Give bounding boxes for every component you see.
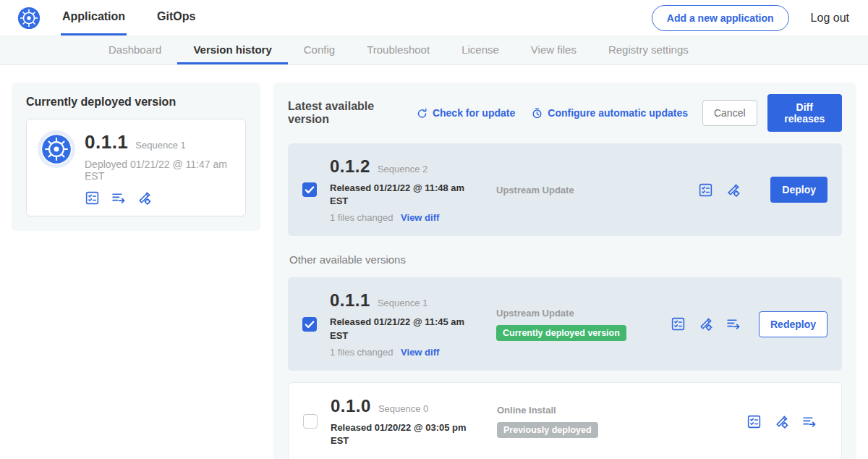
files-changed-line: 1 files changed View diff xyxy=(330,347,483,358)
deployed-version-number: 0.1.1 xyxy=(85,131,128,153)
configure-automatic-updates-link[interactable]: Configure automatic updates xyxy=(531,107,688,119)
action-slot: Redeploy xyxy=(758,311,827,337)
version-checkbox[interactable] xyxy=(302,182,317,197)
subnav-item-license[interactable]: License xyxy=(446,36,515,64)
kubernetes-logo-icon[interactable] xyxy=(17,7,41,30)
action-slot: Deploy xyxy=(758,177,827,203)
subnav-item-registry-settings[interactable]: Registry settings xyxy=(592,36,705,64)
row-actions xyxy=(671,316,741,332)
cancel-button[interactable]: Cancel xyxy=(702,100,757,126)
check-for-update-label: Check for update xyxy=(433,107,515,119)
files-changed-label: 1 files changed xyxy=(330,347,393,358)
deployed-timestamp: Deployed 01/21/22 @ 11:47 am EST xyxy=(85,159,234,182)
row-actions xyxy=(746,414,817,429)
subnav-label: Registry settings xyxy=(608,43,689,56)
logout-link[interactable]: Log out xyxy=(811,12,849,25)
redeploy-button[interactable]: Redeploy xyxy=(759,311,827,337)
latest-version-header: Latest available version Check for updat… xyxy=(288,94,842,132)
subnav-item-view-files[interactable]: View files xyxy=(515,36,592,64)
release-notes-icon[interactable] xyxy=(746,414,762,429)
version-info: 0.1.2 Sequence 2 Released 01/21/22 @ 11:… xyxy=(330,156,483,223)
subnav-label: View files xyxy=(531,43,576,56)
version-checkbox[interactable] xyxy=(303,414,318,429)
main-content: Currently deployed version 0.1.1 Sequenc… xyxy=(0,65,868,459)
version-row: 0.1.2 Sequence 2 Released 01/21/22 @ 11:… xyxy=(288,143,842,236)
previously-deployed-badge: Previously deployed xyxy=(497,422,598,438)
version-number: 0.1.2 xyxy=(330,156,370,177)
row-actions xyxy=(698,182,741,198)
edit-config-icon[interactable] xyxy=(698,316,713,332)
subnav-label: Version history xyxy=(193,43,271,56)
released-timestamp: Released 01/20/22 @ 03:05 pm EST xyxy=(331,421,472,447)
deploy-logs-icon[interactable] xyxy=(801,414,817,429)
subnav-item-config[interactable]: Config xyxy=(288,36,351,64)
deployed-version-details: 0.1.1 Sequence 1 Deployed 01/21/22 @ 11:… xyxy=(85,131,234,206)
tab-gitops[interactable]: GitOps xyxy=(156,0,197,35)
currently-deployed-title: Currently deployed version xyxy=(26,96,246,109)
diff-releases-button[interactable]: Diff releases xyxy=(767,94,842,132)
subnav-label: Config xyxy=(304,43,335,56)
sequence-label: Sequence 2 xyxy=(378,164,427,174)
source-label: Upstream Update xyxy=(496,185,644,195)
deploy-button[interactable]: Deploy xyxy=(770,177,827,203)
release-notes-icon[interactable] xyxy=(671,316,686,332)
source-label: Upstream Update xyxy=(496,308,644,319)
subnav-item-dashboard[interactable]: Dashboard xyxy=(93,36,177,64)
tab-application[interactable]: Application xyxy=(61,0,127,35)
deploy-logs-icon[interactable] xyxy=(111,190,126,206)
version-info: 0.1.0 Sequence 0 Released 01/20/22 @ 03:… xyxy=(331,396,484,447)
subnav-item-version-history[interactable]: Version history xyxy=(177,36,287,64)
version-info: 0.1.1 Sequence 1 Released 01/21/22 @ 11:… xyxy=(330,290,483,357)
top-navbar: Application GitOps Add a new application… xyxy=(0,0,868,35)
files-changed-line: 1 files changed View diff xyxy=(330,212,483,223)
subnav-label: License xyxy=(461,43,499,56)
version-row: 0.1.1 Sequence 1 Released 01/21/22 @ 11:… xyxy=(288,277,842,370)
sub-navbar: Dashboard Version history Config Trouble… xyxy=(0,35,868,65)
version-source: Upstream Update xyxy=(496,185,644,195)
configure-automatic-updates-label: Configure automatic updates xyxy=(548,107,688,119)
currently-deployed-panel: Currently deployed version 0.1.1 Sequenc… xyxy=(12,83,260,231)
released-timestamp: Released 01/21/22 @ 11:48 am EST xyxy=(330,182,471,208)
version-history-panel: Latest available version Check for updat… xyxy=(273,83,856,459)
version-number: 0.1.0 xyxy=(331,396,371,416)
tab-application-label: Application xyxy=(62,10,125,23)
deployed-actions xyxy=(85,190,234,206)
sequence-label: Sequence 0 xyxy=(378,403,428,414)
check-for-update-link[interactable]: Check for update xyxy=(416,107,515,119)
view-diff-link[interactable]: View diff xyxy=(401,212,439,223)
source-label: Online Install xyxy=(497,405,645,416)
deployed-version-card: 0.1.1 Sequence 1 Deployed 01/21/22 @ 11:… xyxy=(26,119,246,216)
release-notes-icon[interactable] xyxy=(85,190,100,206)
tab-gitops-label: GitOps xyxy=(157,10,195,23)
other-versions-title: Other available versions xyxy=(289,253,841,266)
sequence-label: Sequence 1 xyxy=(378,298,427,308)
schedule-clock-icon xyxy=(531,107,543,119)
edit-config-icon[interactable] xyxy=(137,190,152,206)
subnav-label: Troubleshoot xyxy=(367,43,430,56)
add-application-button[interactable]: Add a new application xyxy=(652,5,789,31)
view-diff-link[interactable]: View diff xyxy=(401,347,439,358)
subnav-item-troubleshoot[interactable]: Troubleshoot xyxy=(351,36,446,64)
app-kubernetes-icon xyxy=(41,134,72,164)
edit-config-icon[interactable] xyxy=(726,182,741,198)
version-checkbox[interactable] xyxy=(302,317,317,332)
release-notes-icon[interactable] xyxy=(698,182,713,198)
version-number: 0.1.1 xyxy=(330,290,370,311)
refresh-icon xyxy=(416,107,428,119)
files-changed-label: 1 files changed xyxy=(330,212,393,223)
edit-config-icon[interactable] xyxy=(774,414,789,429)
version-source: Upstream Update Currently deployed versi… xyxy=(496,308,644,341)
deploy-logs-icon[interactable] xyxy=(726,316,741,332)
version-source: Online Install Previously deployed xyxy=(497,405,645,438)
deployed-sequence-label: Sequence 1 xyxy=(135,140,185,151)
latest-version-title: Latest available version xyxy=(288,100,400,126)
released-timestamp: Released 01/21/22 @ 11:45 am EST xyxy=(330,316,471,342)
subnav-label: Dashboard xyxy=(109,43,161,56)
version-row: 0.1.0 Sequence 0 Released 01/20/22 @ 03:… xyxy=(288,382,842,459)
currently-deployed-badge: Currently deployed version xyxy=(496,325,626,341)
